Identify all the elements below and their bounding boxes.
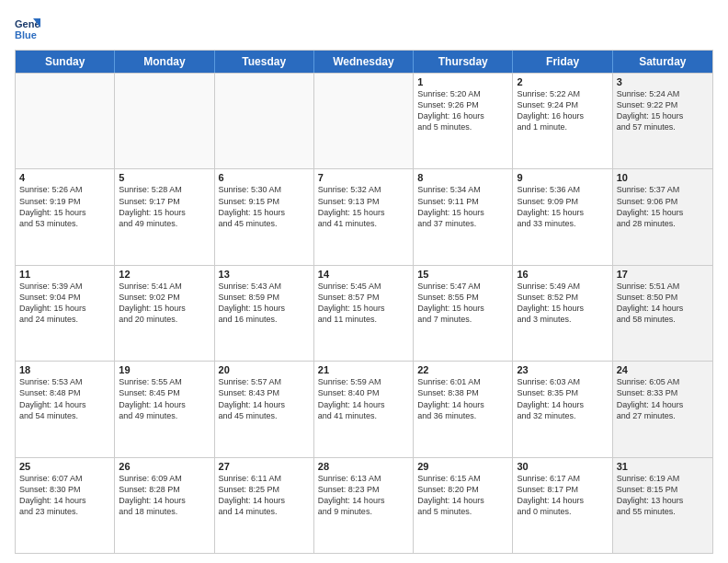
logo-icon: General Blue [15, 15, 40, 40]
day-cell-6: 6Sunrise: 5:30 AM Sunset: 9:15 PM Daylig… [215, 169, 314, 264]
day-number: 3 [617, 76, 709, 87]
day-cell-4: 4Sunrise: 5:26 AM Sunset: 9:19 PM Daylig… [16, 169, 115, 264]
day-info: Sunrise: 6:03 AM Sunset: 8:35 PM Dayligh… [517, 376, 608, 421]
day-number: 30 [517, 461, 608, 472]
day-number: 14 [318, 269, 409, 280]
day-cell-24: 24Sunrise: 6:05 AM Sunset: 8:33 PM Dayli… [613, 362, 712, 456]
day-number: 9 [517, 172, 608, 183]
day-cell-13: 13Sunrise: 5:43 AM Sunset: 8:59 PM Dayli… [215, 266, 314, 361]
day-number: 1 [417, 76, 508, 87]
day-header-thursday: Thursday [414, 51, 513, 73]
day-cell-14: 14Sunrise: 5:45 AM Sunset: 8:57 PM Dayli… [314, 266, 414, 361]
calendar-body: 1Sunrise: 5:20 AM Sunset: 9:26 PM Daylig… [16, 73, 712, 553]
day-info: Sunrise: 5:51 AM Sunset: 8:50 PM Dayligh… [617, 281, 709, 326]
day-cell-25: 25Sunrise: 6:07 AM Sunset: 8:30 PM Dayli… [16, 458, 115, 553]
day-number: 23 [517, 364, 608, 375]
day-info: Sunrise: 6:05 AM Sunset: 8:33 PM Dayligh… [617, 376, 709, 421]
day-cell-29: 29Sunrise: 6:15 AM Sunset: 8:20 PM Dayli… [414, 458, 513, 553]
day-info: Sunrise: 6:19 AM Sunset: 8:15 PM Dayligh… [617, 473, 709, 518]
day-info: Sunrise: 5:22 AM Sunset: 9:24 PM Dayligh… [517, 88, 608, 133]
day-number: 28 [318, 461, 409, 472]
day-info: Sunrise: 5:57 AM Sunset: 8:43 PM Dayligh… [219, 376, 310, 421]
empty-cell-0-3 [314, 74, 414, 168]
day-number: 24 [617, 364, 709, 375]
day-cell-16: 16Sunrise: 5:49 AM Sunset: 8:52 PM Dayli… [513, 266, 612, 361]
day-header-sunday: Sunday [16, 51, 115, 73]
day-info: Sunrise: 6:01 AM Sunset: 8:38 PM Dayligh… [417, 376, 508, 421]
day-cell-9: 9Sunrise: 5:36 AM Sunset: 9:09 PM Daylig… [513, 169, 612, 264]
empty-cell-0-2 [215, 74, 314, 168]
logo: General Blue [15, 15, 44, 40]
calendar-header: SundayMondayTuesdayWednesdayThursdayFrid… [16, 51, 712, 73]
day-cell-28: 28Sunrise: 6:13 AM Sunset: 8:23 PM Dayli… [314, 458, 414, 553]
day-cell-17: 17Sunrise: 5:51 AM Sunset: 8:50 PM Dayli… [613, 266, 712, 361]
calendar-row-4: 25Sunrise: 6:07 AM Sunset: 8:30 PM Dayli… [16, 457, 712, 553]
day-cell-1: 1Sunrise: 5:20 AM Sunset: 9:26 PM Daylig… [414, 74, 513, 168]
day-header-saturday: Saturday [613, 51, 712, 73]
day-header-tuesday: Tuesday [215, 51, 314, 73]
day-cell-2: 2Sunrise: 5:22 AM Sunset: 9:24 PM Daylig… [513, 74, 612, 168]
day-number: 11 [19, 269, 110, 280]
day-info: Sunrise: 5:59 AM Sunset: 8:40 PM Dayligh… [318, 376, 409, 421]
day-number: 16 [517, 269, 608, 280]
day-number: 25 [19, 461, 110, 472]
calendar-row-2: 11Sunrise: 5:39 AM Sunset: 9:04 PM Dayli… [16, 265, 712, 361]
day-cell-15: 15Sunrise: 5:47 AM Sunset: 8:55 PM Dayli… [414, 266, 513, 361]
day-number: 26 [119, 461, 210, 472]
calendar-row-3: 18Sunrise: 5:53 AM Sunset: 8:48 PM Dayli… [16, 361, 712, 456]
day-cell-3: 3Sunrise: 5:24 AM Sunset: 9:22 PM Daylig… [613, 74, 712, 168]
day-info: Sunrise: 5:20 AM Sunset: 9:26 PM Dayligh… [417, 88, 508, 133]
day-info: Sunrise: 5:28 AM Sunset: 9:17 PM Dayligh… [119, 184, 210, 229]
day-cell-21: 21Sunrise: 5:59 AM Sunset: 8:40 PM Dayli… [314, 362, 414, 456]
day-number: 10 [617, 172, 709, 183]
day-number: 17 [617, 269, 709, 280]
day-number: 6 [219, 172, 310, 183]
day-header-monday: Monday [115, 51, 214, 73]
day-info: Sunrise: 5:47 AM Sunset: 8:55 PM Dayligh… [417, 281, 508, 326]
day-number: 22 [417, 364, 508, 375]
day-number: 13 [219, 269, 310, 280]
day-cell-22: 22Sunrise: 6:01 AM Sunset: 8:38 PM Dayli… [414, 362, 513, 456]
day-cell-5: 5Sunrise: 5:28 AM Sunset: 9:17 PM Daylig… [115, 169, 214, 264]
calendar-row-0: 1Sunrise: 5:20 AM Sunset: 9:26 PM Daylig… [16, 73, 712, 168]
day-info: Sunrise: 5:34 AM Sunset: 9:11 PM Dayligh… [417, 184, 508, 229]
day-info: Sunrise: 6:09 AM Sunset: 8:28 PM Dayligh… [119, 473, 210, 518]
day-cell-8: 8Sunrise: 5:34 AM Sunset: 9:11 PM Daylig… [414, 169, 513, 264]
day-number: 31 [617, 461, 709, 472]
day-cell-23: 23Sunrise: 6:03 AM Sunset: 8:35 PM Dayli… [513, 362, 612, 456]
day-cell-27: 27Sunrise: 6:11 AM Sunset: 8:25 PM Dayli… [215, 458, 314, 553]
day-info: Sunrise: 6:15 AM Sunset: 8:20 PM Dayligh… [417, 473, 508, 518]
page-header: General Blue [15, 15, 713, 40]
day-cell-26: 26Sunrise: 6:09 AM Sunset: 8:28 PM Dayli… [115, 458, 214, 553]
day-number: 12 [119, 269, 210, 280]
day-number: 2 [517, 76, 608, 87]
empty-cell-0-1 [115, 74, 214, 168]
day-number: 19 [119, 364, 210, 375]
calendar-row-1: 4Sunrise: 5:26 AM Sunset: 9:19 PM Daylig… [16, 168, 712, 264]
day-cell-19: 19Sunrise: 5:55 AM Sunset: 8:45 PM Dayli… [115, 362, 214, 456]
day-number: 27 [219, 461, 310, 472]
day-info: Sunrise: 5:26 AM Sunset: 9:19 PM Dayligh… [19, 184, 110, 229]
day-cell-20: 20Sunrise: 5:57 AM Sunset: 8:43 PM Dayli… [215, 362, 314, 456]
day-number: 20 [219, 364, 310, 375]
day-cell-11: 11Sunrise: 5:39 AM Sunset: 9:04 PM Dayli… [16, 266, 115, 361]
day-info: Sunrise: 6:17 AM Sunset: 8:17 PM Dayligh… [517, 473, 608, 518]
day-number: 7 [318, 172, 409, 183]
day-info: Sunrise: 5:45 AM Sunset: 8:57 PM Dayligh… [318, 281, 409, 326]
day-info: Sunrise: 5:32 AM Sunset: 9:13 PM Dayligh… [318, 184, 409, 229]
day-number: 21 [318, 364, 409, 375]
day-cell-18: 18Sunrise: 5:53 AM Sunset: 8:48 PM Dayli… [16, 362, 115, 456]
day-info: Sunrise: 5:37 AM Sunset: 9:06 PM Dayligh… [617, 184, 709, 229]
day-info: Sunrise: 5:41 AM Sunset: 9:02 PM Dayligh… [119, 281, 210, 326]
day-number: 8 [417, 172, 508, 183]
calendar: SundayMondayTuesdayWednesdayThursdayFrid… [15, 50, 713, 554]
day-number: 5 [119, 172, 210, 183]
day-info: Sunrise: 6:07 AM Sunset: 8:30 PM Dayligh… [19, 473, 110, 518]
day-number: 15 [417, 269, 508, 280]
empty-cell-0-0 [16, 74, 115, 168]
day-info: Sunrise: 5:36 AM Sunset: 9:09 PM Dayligh… [517, 184, 608, 229]
day-cell-7: 7Sunrise: 5:32 AM Sunset: 9:13 PM Daylig… [314, 169, 414, 264]
day-info: Sunrise: 5:49 AM Sunset: 8:52 PM Dayligh… [517, 281, 608, 326]
day-header-friday: Friday [513, 51, 612, 73]
day-info: Sunrise: 5:39 AM Sunset: 9:04 PM Dayligh… [19, 281, 110, 326]
